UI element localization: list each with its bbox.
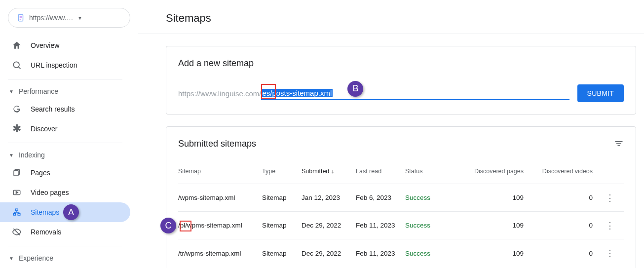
sort-arrow-icon: ↓: [331, 168, 334, 175]
add-sitemap-card: Add a new sitemap https://www.linguise.c…: [166, 46, 636, 115]
pages-icon: [12, 168, 22, 178]
cell-submitted: Dec 29, 2022: [302, 250, 356, 257]
search-icon: [12, 60, 22, 70]
url-prefix: https://www.linguise.com/: [178, 89, 261, 98]
home-icon: [12, 40, 22, 50]
nav-label: Pages: [31, 169, 50, 177]
cell-status: Success: [405, 194, 464, 201]
sitemap-input-wrap: es/posts-sitemap.xml B: [261, 87, 569, 100]
annotation-redbox-b: [261, 84, 276, 99]
cell-pages: 109: [464, 250, 533, 257]
cell-type: Sitemap: [262, 222, 302, 229]
submitted-sitemaps-card: Submitted sitemaps Sitemap Type Submitte…: [166, 126, 636, 268]
nav-group-indexing[interactable]: ▼ Indexing: [0, 147, 130, 163]
col-videos[interactable]: Discovered videos: [533, 168, 603, 175]
col-type[interactable]: Type: [262, 168, 302, 175]
sidebar: https://www.linguis... ▼ Overview URL in…: [0, 0, 138, 268]
cell-sitemap: /tr/wpms-sitemap.xml: [178, 250, 262, 257]
nav-label: Search results: [31, 105, 75, 113]
chevron-down-icon: ▼: [9, 153, 14, 158]
table-row[interactable]: C /pl/wpms-sitemap.xml Sitemap Dec 29, 2…: [178, 212, 624, 239]
chevron-down-icon: ▼: [9, 256, 14, 261]
page-title: Sitemaps: [166, 0, 636, 34]
cell-last-read: Feb 11, 2023: [356, 250, 405, 257]
annotation-redbox-c: [180, 221, 191, 231]
document-icon: [16, 13, 25, 22]
nav-separator: [8, 143, 122, 143]
cell-submitted: Dec 29, 2022: [302, 222, 356, 229]
sitemap-icon: [12, 207, 22, 217]
nav-label: Discover: [31, 125, 57, 133]
col-status[interactable]: Status: [405, 168, 464, 175]
table-row[interactable]: /tr/wpms-sitemap.xml Sitemap Dec 29, 202…: [178, 239, 624, 267]
cell-videos: 0: [533, 194, 603, 201]
row-more-icon[interactable]: ⋮: [603, 248, 617, 259]
cell-type: Sitemap: [262, 250, 302, 257]
row-more-icon[interactable]: ⋮: [603, 192, 617, 203]
cell-status: Success: [405, 250, 464, 257]
svg-rect-3: [14, 171, 18, 176]
video-icon: [12, 188, 22, 197]
svg-rect-6: [13, 213, 16, 215]
nav-group-label: Performance: [19, 87, 58, 95]
table-row[interactable]: /wpms-sitemap.xml Sitemap Jan 12, 2023 F…: [178, 184, 624, 212]
cell-videos: 0: [533, 222, 603, 229]
col-last-read[interactable]: Last read: [356, 168, 405, 175]
submit-button[interactable]: SUBMIT: [577, 84, 624, 102]
col-pages[interactable]: Discovered pages: [464, 168, 533, 175]
nav-removals[interactable]: Removals: [0, 222, 130, 242]
col-sitemap[interactable]: Sitemap: [178, 168, 262, 175]
google-icon: [12, 104, 22, 114]
asterisk-icon: ✱: [12, 124, 22, 134]
cell-pages: 109: [464, 222, 533, 229]
nav-label: Video pages: [31, 189, 69, 196]
nav-label: URL inspection: [31, 61, 77, 69]
cell-last-read: Feb 6, 2023: [356, 194, 405, 201]
nav-url-inspection[interactable]: URL inspection: [0, 55, 130, 75]
nav-video-pages[interactable]: Video pages: [0, 183, 130, 202]
sitemap-url-input[interactable]: es/posts-sitemap.xml: [261, 87, 569, 100]
nav-sitemaps[interactable]: Sitemaps A: [0, 202, 130, 222]
chevron-down-icon: ▼: [9, 89, 14, 94]
col-label: Submitted: [302, 168, 329, 175]
nav-pages[interactable]: Pages: [0, 163, 130, 183]
property-selector[interactable]: https://www.linguis... ▼: [8, 8, 130, 28]
svg-rect-7: [18, 213, 20, 215]
add-sitemap-row: https://www.linguise.com/ es/posts-sitem…: [178, 84, 624, 102]
nav-overview[interactable]: Overview: [0, 36, 130, 55]
nav-label: Sitemaps: [31, 208, 59, 216]
property-url: https://www.linguis...: [29, 14, 74, 22]
cell-submitted: Jan 12, 2023: [302, 194, 356, 201]
nav-search-results[interactable]: Search results: [0, 99, 130, 119]
svg-point-1: [13, 62, 19, 68]
submitted-heading: Submitted sitemaps: [178, 139, 624, 149]
cell-pages: 109: [464, 194, 533, 201]
nav-label: Removals: [31, 228, 61, 236]
divider: [138, 34, 644, 34]
nav-group-performance[interactable]: ▼ Performance: [0, 83, 130, 99]
add-sitemap-heading: Add a new sitemap: [178, 58, 624, 69]
caret-down-icon: ▼: [77, 15, 122, 21]
svg-rect-5: [16, 209, 18, 211]
cell-status: Success: [405, 222, 464, 229]
cell-type: Sitemap: [262, 194, 302, 201]
nav: Overview URL inspection ▼ Performance Se…: [0, 36, 138, 266]
col-submitted[interactable]: Submitted ↓: [302, 168, 356, 175]
nav-group-label: Indexing: [19, 151, 45, 159]
annotation-marker-b: B: [347, 81, 363, 97]
filter-icon[interactable]: [614, 139, 624, 151]
annotation-marker-c: C: [160, 218, 176, 233]
table-header: Sitemap Type Submitted ↓ Last read Statu…: [178, 157, 624, 184]
main: Sitemaps Add a new sitemap https://www.l…: [138, 0, 644, 268]
cell-videos: 0: [533, 250, 603, 257]
nav-separator: [8, 79, 122, 79]
row-more-icon[interactable]: ⋮: [603, 220, 617, 231]
nav-discover[interactable]: ✱ Discover: [0, 119, 130, 139]
cell-sitemap: /wpms-sitemap.xml: [178, 194, 262, 201]
nav-group-label: Experience: [19, 254, 53, 262]
annotation-marker-a: A: [63, 204, 79, 220]
nav-label: Overview: [31, 41, 59, 49]
hide-icon: [12, 227, 22, 237]
nav-group-experience[interactable]: ▼ Experience: [0, 250, 130, 266]
nav-separator: [8, 246, 122, 246]
